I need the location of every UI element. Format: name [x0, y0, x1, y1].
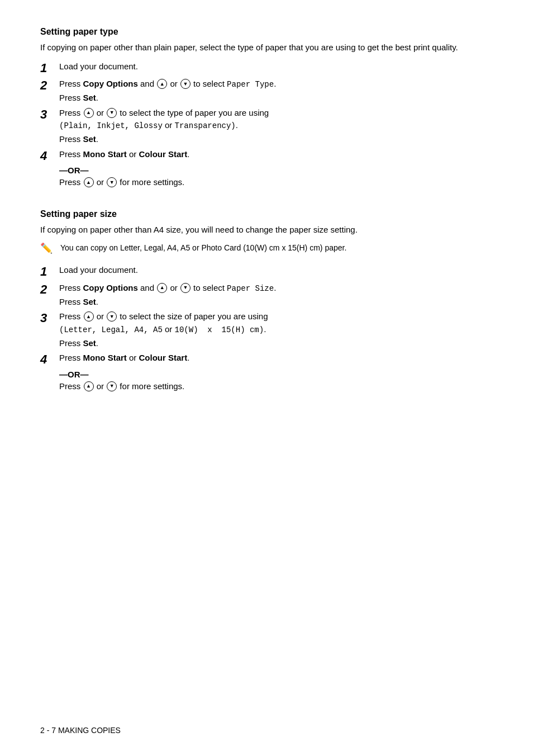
- press-set-s3: Press Set.: [59, 337, 493, 350]
- set-bold-2: Set: [83, 93, 96, 102]
- or-size: or: [163, 324, 175, 334]
- step-3-paper-size: 3 Press ▲ or ▼ to select the size of pap…: [40, 310, 493, 349]
- press-set-s2: Press Set.: [59, 296, 493, 309]
- step-num-s4: 4: [40, 352, 59, 367]
- or-label-4: or: [127, 149, 139, 159]
- or-label-3: or: [94, 108, 107, 117]
- step-content-4: Press Mono Start or Colour Start.: [59, 148, 493, 161]
- copy-options-bold-s2: Copy Options: [83, 283, 138, 292]
- press-label-s2: Press: [59, 283, 83, 292]
- paper-size-mono: Paper Size: [227, 284, 274, 293]
- note-icon: ✏️: [40, 241, 58, 256]
- period-3: .: [236, 120, 238, 130]
- press-set-3: Press Set.: [59, 133, 493, 146]
- mono-start-bold-s4: Mono Start: [83, 353, 127, 362]
- note-text: You can copy on Letter, Legal, A4, A5 or…: [60, 242, 346, 254]
- step-content-1: Load your document.: [59, 60, 493, 73]
- down-arrow-icon-2a: ▼: [180, 79, 191, 89]
- for-more-settings-2: for more settings.: [117, 381, 184, 391]
- to-select-label-s2: to select: [191, 283, 227, 292]
- press-label-or2: Press: [59, 381, 83, 391]
- period-s4: .: [187, 353, 189, 362]
- down-arrow-icon-3a: ▼: [107, 108, 117, 118]
- photo-card-mono: 10(W) x 15(H) cm): [175, 325, 264, 334]
- step-2-paper-type: 2 Press Copy Options and ▲ or ▼ to selec…: [40, 78, 493, 105]
- and-label-s2: and: [138, 283, 156, 292]
- step-content-s1: Load your document.: [59, 264, 493, 277]
- or-sub-2: Press ▲ or ▼ for more settings.: [59, 380, 493, 393]
- section-title-paper-size: Setting paper size: [40, 209, 493, 219]
- note-box: ✏️ You can copy on Letter, Legal, A4, A5…: [40, 242, 493, 256]
- press-label-or1: Press: [59, 177, 83, 187]
- set-bold-s3: Set: [83, 338, 96, 348]
- or-plain: or: [163, 120, 175, 130]
- period-4: .: [187, 149, 189, 159]
- down-arrow-icon-s3: ▼: [107, 311, 117, 322]
- or-label-s3: or: [94, 311, 107, 321]
- step-content-s2: Press Copy Options and ▲ or ▼ to select …: [59, 282, 493, 309]
- step-content-3: Press ▲ or ▼ to select the type of paper…: [59, 107, 493, 146]
- step-num-s2: 2: [40, 282, 59, 297]
- press-label-3: Press: [59, 108, 83, 117]
- period-s3: .: [264, 324, 266, 334]
- step-num-s1: 1: [40, 264, 59, 279]
- step-2-paper-size: 2 Press Copy Options and ▲ or ▼ to selec…: [40, 282, 493, 309]
- step-num-2: 2: [40, 78, 59, 93]
- steps-list-paper-size: 1 Load your document. 2 Press Copy Optio…: [40, 264, 493, 367]
- steps-list-paper-type: 1 Load your document. 2 Press Copy Optio…: [40, 60, 493, 163]
- period-2: .: [274, 79, 276, 88]
- or-divider-1: —OR—: [59, 166, 493, 175]
- set-bold-s2: Set: [83, 297, 96, 306]
- copy-options-bold: Copy Options: [83, 79, 138, 88]
- step-num-4: 4: [40, 148, 59, 163]
- paper-type-options-mono: (Plain, Inkjet, Glossy: [59, 121, 163, 130]
- step-1-paper-size: 1 Load your document.: [40, 264, 493, 279]
- step-4-paper-size: 4 Press Mono Start or Colour Start.: [40, 352, 493, 367]
- down-arrow-icon-or2: ▼: [107, 381, 117, 391]
- step-1-text: Load your document.: [59, 62, 138, 71]
- for-more-settings-1: for more settings.: [117, 177, 184, 187]
- press-label-s3: Press: [59, 311, 83, 321]
- up-arrow-icon-s2: ▲: [157, 283, 167, 293]
- press-label-s4: Press: [59, 353, 83, 362]
- step-4-paper-type: 4 Press Mono Start or Colour Start.: [40, 148, 493, 163]
- set-bold-3: Set: [83, 134, 96, 144]
- paper-size-options-mono: (Letter, Legal, A4, A5: [59, 325, 163, 334]
- or-divider-2: —OR—: [59, 370, 493, 379]
- colour-start-bold-s4: Colour Start: [139, 353, 188, 362]
- up-arrow-icon-or1: ▲: [84, 177, 94, 187]
- section-intro-paper-size: If copying on paper other than A4 size, …: [40, 224, 493, 236]
- page-footer: 2 - 7 MAKING COPIES: [40, 726, 121, 735]
- step-num-3: 3: [40, 107, 59, 122]
- section-title-paper-type: Setting paper type: [40, 27, 493, 37]
- down-arrow-icon-or1: ▼: [107, 177, 117, 187]
- step-3-paper-type: 3 Press ▲ or ▼ to select the type of pap…: [40, 107, 493, 146]
- section-intro-paper-type: If copying on paper other than plain pap…: [40, 41, 493, 54]
- paper-type-mono: Paper Type: [227, 80, 274, 89]
- section-paper-type: Setting paper type If copying on paper o…: [40, 27, 493, 189]
- up-arrow-icon-or2: ▲: [84, 381, 94, 391]
- step-s1-text: Load your document.: [59, 265, 138, 275]
- mono-start-bold: Mono Start: [83, 149, 127, 159]
- step-num-1: 1: [40, 60, 59, 75]
- section-paper-size: Setting paper size If copying on paper o…: [40, 209, 493, 393]
- step-num-s3: 3: [40, 310, 59, 325]
- or-label-or1: or: [94, 177, 107, 187]
- down-arrow-icon-s2: ▼: [180, 283, 191, 293]
- step-content-2: Press Copy Options and ▲ or ▼ to select …: [59, 78, 493, 105]
- or-label-s4: or: [127, 353, 139, 362]
- period-s2: .: [274, 283, 276, 292]
- and-label-2: and: [138, 79, 156, 88]
- up-arrow-icon-s3: ▲: [84, 311, 94, 322]
- step-content-s3: Press ▲ or ▼ to select the size of paper…: [59, 310, 493, 349]
- to-select-label-2: to select: [191, 79, 227, 88]
- step-1-paper-type: 1 Load your document.: [40, 60, 493, 75]
- press-label-2: Press: [59, 79, 83, 88]
- press-set-2: Press Set.: [59, 92, 493, 105]
- or-sub-1: Press ▲ or ▼ for more settings.: [59, 176, 493, 189]
- transparency-mono: Transparency): [175, 121, 236, 130]
- up-arrow-icon-3a: ▲: [84, 108, 94, 118]
- or-label-or2: or: [94, 381, 107, 391]
- step-3-text: to select the type of paper you are usin…: [117, 108, 269, 117]
- step-s3-text: to select the size of paper you are usin…: [117, 311, 268, 321]
